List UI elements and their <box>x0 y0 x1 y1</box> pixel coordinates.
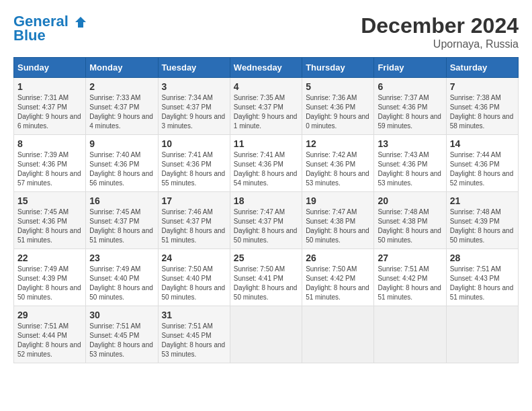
day-info: Sunrise: 7:31 AMSunset: 4:37 PMDaylight:… <box>17 93 82 131</box>
title-area: December 2024 Upornaya, Russia <box>361 13 519 50</box>
calendar-table: SundayMondayTuesdayWednesdayThursdayFrid… <box>13 57 519 363</box>
month-title: December 2024 <box>361 13 519 38</box>
calendar-cell: 20Sunrise: 7:48 AMSunset: 4:38 PMDayligh… <box>374 192 446 249</box>
day-info: Sunrise: 7:46 AMSunset: 4:37 PMDaylight:… <box>162 208 226 245</box>
day-number: 28 <box>450 253 515 263</box>
svg-marker-0 <box>75 17 86 28</box>
day-number: 25 <box>234 253 298 263</box>
day-info: Sunrise: 7:51 AMSunset: 4:45 PMDaylight:… <box>89 322 154 359</box>
calendar-cell: 5Sunrise: 7:36 AMSunset: 4:36 PMDaylight… <box>302 78 374 135</box>
calendar-week-1: 1Sunrise: 7:31 AMSunset: 4:37 PMDaylight… <box>14 78 519 135</box>
calendar-cell: 22Sunrise: 7:49 AMSunset: 4:39 PMDayligh… <box>14 249 86 306</box>
calendar-cell <box>230 306 302 363</box>
calendar-cell <box>446 306 518 363</box>
day-info: Sunrise: 7:40 AMSunset: 4:36 PMDaylight:… <box>89 150 154 188</box>
calendar-cell: 15Sunrise: 7:45 AMSunset: 4:36 PMDayligh… <box>14 192 86 249</box>
day-info: Sunrise: 7:51 AMSunset: 4:45 PMDaylight:… <box>162 322 226 359</box>
day-number: 8 <box>17 138 82 149</box>
day-info: Sunrise: 7:39 AMSunset: 4:36 PMDaylight:… <box>17 150 82 188</box>
calendar-cell: 29Sunrise: 7:51 AMSunset: 4:44 PMDayligh… <box>14 306 86 363</box>
calendar-cell: 11Sunrise: 7:41 AMSunset: 4:36 PMDayligh… <box>230 135 302 192</box>
calendar-cell: 31Sunrise: 7:51 AMSunset: 4:45 PMDayligh… <box>158 306 230 363</box>
calendar-cell: 8Sunrise: 7:39 AMSunset: 4:36 PMDaylight… <box>14 135 86 192</box>
calendar-cell: 4Sunrise: 7:35 AMSunset: 4:37 PMDaylight… <box>230 78 302 135</box>
day-info: Sunrise: 7:50 AMSunset: 4:41 PMDaylight:… <box>234 265 298 302</box>
calendar-cell: 26Sunrise: 7:50 AMSunset: 4:42 PMDayligh… <box>302 249 374 306</box>
calendar-week-4: 22Sunrise: 7:49 AMSunset: 4:39 PMDayligh… <box>14 249 519 306</box>
header: General Blue December 2024 Upornaya, Rus… <box>13 13 519 50</box>
column-header-tuesday: Tuesday <box>158 58 230 78</box>
calendar-cell: 19Sunrise: 7:47 AMSunset: 4:38 PMDayligh… <box>302 192 374 249</box>
day-number: 26 <box>306 253 370 263</box>
day-number: 16 <box>89 195 154 206</box>
day-number: 24 <box>162 253 226 263</box>
day-number: 30 <box>89 310 154 320</box>
day-number: 12 <box>306 138 370 149</box>
column-header-sunday: Sunday <box>14 58 86 78</box>
day-info: Sunrise: 7:51 AMSunset: 4:42 PMDaylight:… <box>378 265 442 302</box>
calendar-cell: 14Sunrise: 7:44 AMSunset: 4:36 PMDayligh… <box>446 135 518 192</box>
calendar-cell: 9Sunrise: 7:40 AMSunset: 4:36 PMDaylight… <box>86 135 158 192</box>
day-info: Sunrise: 7:51 AMSunset: 4:44 PMDaylight:… <box>17 322 82 359</box>
day-number: 23 <box>89 253 154 263</box>
day-number: 18 <box>234 195 298 206</box>
day-number: 2 <box>89 81 154 92</box>
calendar-week-2: 8Sunrise: 7:39 AMSunset: 4:36 PMDaylight… <box>14 135 519 192</box>
day-info: Sunrise: 7:43 AMSunset: 4:36 PMDaylight:… <box>378 150 442 188</box>
day-info: Sunrise: 7:50 AMSunset: 4:40 PMDaylight:… <box>162 265 226 302</box>
day-number: 17 <box>162 195 226 206</box>
calendar-cell: 13Sunrise: 7:43 AMSunset: 4:36 PMDayligh… <box>374 135 446 192</box>
day-info: Sunrise: 7:48 AMSunset: 4:38 PMDaylight:… <box>378 208 442 245</box>
calendar-cell: 28Sunrise: 7:51 AMSunset: 4:43 PMDayligh… <box>446 249 518 306</box>
day-number: 13 <box>378 138 442 149</box>
day-info: Sunrise: 7:48 AMSunset: 4:39 PMDaylight:… <box>450 208 515 245</box>
calendar-cell: 10Sunrise: 7:41 AMSunset: 4:36 PMDayligh… <box>158 135 230 192</box>
day-number: 9 <box>89 138 154 149</box>
day-number: 6 <box>378 81 442 92</box>
calendar-cell: 1Sunrise: 7:31 AMSunset: 4:37 PMDaylight… <box>14 78 86 135</box>
calendar-cell: 7Sunrise: 7:38 AMSunset: 4:36 PMDaylight… <box>446 78 518 135</box>
day-number: 31 <box>162 310 226 320</box>
calendar-cell <box>302 306 374 363</box>
calendar-cell <box>374 306 446 363</box>
calendar-cell: 18Sunrise: 7:47 AMSunset: 4:37 PMDayligh… <box>230 192 302 249</box>
day-number: 20 <box>378 195 442 206</box>
day-info: Sunrise: 7:50 AMSunset: 4:42 PMDaylight:… <box>306 265 370 302</box>
day-info: Sunrise: 7:49 AMSunset: 4:39 PMDaylight:… <box>17 265 82 302</box>
calendar-cell: 6Sunrise: 7:37 AMSunset: 4:36 PMDaylight… <box>374 78 446 135</box>
calendar-cell: 3Sunrise: 7:34 AMSunset: 4:37 PMDaylight… <box>158 78 230 135</box>
day-number: 29 <box>17 310 82 320</box>
column-header-thursday: Thursday <box>302 58 374 78</box>
day-number: 3 <box>162 81 226 92</box>
day-info: Sunrise: 7:33 AMSunset: 4:37 PMDaylight:… <box>89 93 154 131</box>
day-number: 7 <box>450 81 515 92</box>
day-number: 10 <box>162 138 226 149</box>
day-info: Sunrise: 7:47 AMSunset: 4:37 PMDaylight:… <box>234 208 298 245</box>
calendar-cell: 23Sunrise: 7:49 AMSunset: 4:40 PMDayligh… <box>86 249 158 306</box>
column-header-monday: Monday <box>86 58 158 78</box>
calendar-week-3: 15Sunrise: 7:45 AMSunset: 4:36 PMDayligh… <box>14 192 519 249</box>
day-info: Sunrise: 7:41 AMSunset: 4:36 PMDaylight:… <box>234 150 298 188</box>
day-number: 5 <box>306 81 370 92</box>
day-number: 1 <box>17 81 82 92</box>
day-info: Sunrise: 7:51 AMSunset: 4:43 PMDaylight:… <box>450 265 515 302</box>
calendar-week-5: 29Sunrise: 7:51 AMSunset: 4:44 PMDayligh… <box>14 306 519 363</box>
day-info: Sunrise: 7:45 AMSunset: 4:36 PMDaylight:… <box>17 208 82 245</box>
day-number: 22 <box>17 253 82 263</box>
location: Upornaya, Russia <box>361 38 519 50</box>
logo-icon <box>74 15 87 29</box>
day-number: 21 <box>450 195 515 206</box>
calendar-cell: 21Sunrise: 7:48 AMSunset: 4:39 PMDayligh… <box>446 192 518 249</box>
calendar-cell: 24Sunrise: 7:50 AMSunset: 4:40 PMDayligh… <box>158 249 230 306</box>
day-number: 4 <box>234 81 298 92</box>
calendar-cell: 27Sunrise: 7:51 AMSunset: 4:42 PMDayligh… <box>374 249 446 306</box>
calendar-cell: 2Sunrise: 7:33 AMSunset: 4:37 PMDaylight… <box>86 78 158 135</box>
day-info: Sunrise: 7:47 AMSunset: 4:38 PMDaylight:… <box>306 208 370 245</box>
day-info: Sunrise: 7:42 AMSunset: 4:36 PMDaylight:… <box>306 150 370 188</box>
day-info: Sunrise: 7:44 AMSunset: 4:36 PMDaylight:… <box>450 150 515 188</box>
column-header-saturday: Saturday <box>446 58 518 78</box>
calendar-cell: 25Sunrise: 7:50 AMSunset: 4:41 PMDayligh… <box>230 249 302 306</box>
calendar-cell: 16Sunrise: 7:45 AMSunset: 4:37 PMDayligh… <box>86 192 158 249</box>
day-number: 14 <box>450 138 515 149</box>
logo: General Blue <box>13 13 87 44</box>
